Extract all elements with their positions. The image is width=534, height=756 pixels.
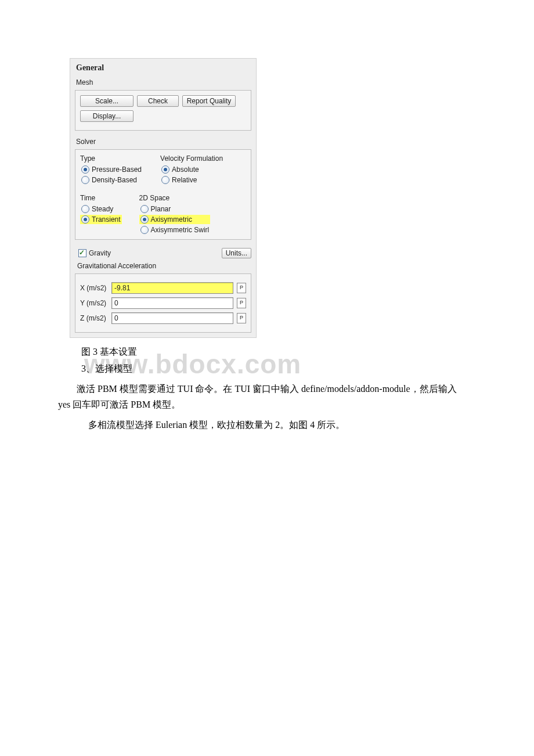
x-field-label: X (m/s2) xyxy=(80,284,108,292)
report-quality-button[interactable]: Report Quality xyxy=(182,95,236,107)
radio-icon xyxy=(81,205,89,213)
radio-label: Transient xyxy=(92,215,121,224)
radio-icon xyxy=(161,165,169,174)
radio-label: Axisymmetric xyxy=(151,215,192,224)
radio-label: Density-Based xyxy=(92,175,137,185)
radio-label: Absolute xyxy=(172,165,199,174)
grav-accel-label: Gravitational Acceleration xyxy=(70,260,256,271)
display-button[interactable]: Display... xyxy=(80,110,134,122)
radio-planar[interactable]: Planar xyxy=(139,204,211,214)
time-group-title: Time xyxy=(80,194,122,202)
velocity-group-title: Velocity Formulation xyxy=(160,154,223,163)
solver-box: Type Pressure-Based Density-Based Veloci… xyxy=(75,149,251,240)
radio-absolute[interactable]: Absolute xyxy=(160,165,223,174)
radio-label: Relative xyxy=(172,175,197,185)
radio-label: Axisymmetric Swirl xyxy=(151,225,210,235)
general-panel: General Mesh Scale... Check Report Quali… xyxy=(70,58,257,338)
radio-icon xyxy=(81,165,89,174)
paragraph: 多相流模型选择 Eulerian 模型，欧拉相数量为 2。如图 4 所示。 xyxy=(70,417,464,433)
scale-button[interactable]: Scale... xyxy=(80,95,134,107)
radio-relative[interactable]: Relative xyxy=(160,175,223,185)
paragraph: 激活 PBM 模型需要通过 TUI 命令。在 TUI 窗口中输入 define/… xyxy=(58,381,464,412)
y-field-input[interactable]: 0 xyxy=(111,297,233,309)
radio-axisymmetric[interactable]: Axisymmetric xyxy=(139,215,211,224)
z-field-input[interactable]: 0 xyxy=(111,312,233,324)
gravity-box: X (m/s2) -9.81 P Y (m/s2) 0 P Z (m/s2) 0… xyxy=(75,273,251,333)
solver-section-label: Solver xyxy=(70,135,256,147)
x-field-input[interactable]: -9.81 xyxy=(111,282,233,294)
space-group-title: 2D Space xyxy=(139,194,211,202)
panel-title: General xyxy=(70,59,256,76)
check-button[interactable]: Check xyxy=(137,95,179,107)
gravity-label: Gravity xyxy=(89,249,111,258)
radio-icon xyxy=(140,226,149,234)
radio-icon xyxy=(140,215,149,224)
radio-icon xyxy=(140,205,149,213)
p-button[interactable]: P xyxy=(237,298,246,308)
radio-icon xyxy=(161,176,169,184)
radio-density-based[interactable]: Density-Based xyxy=(80,175,143,185)
units-button[interactable]: Units... xyxy=(222,248,251,258)
radio-axisymmetric-swirl[interactable]: Axisymmetric Swirl xyxy=(139,225,211,235)
section-heading: 3、选择模型 xyxy=(81,363,464,375)
radio-label: Steady xyxy=(92,204,113,214)
radio-label: Pressure-Based xyxy=(92,165,142,174)
mesh-section-label: Mesh xyxy=(70,76,256,88)
gravity-checkbox[interactable]: Gravity xyxy=(77,249,112,258)
radio-pressure-based[interactable]: Pressure-Based xyxy=(80,165,143,174)
z-field-label: Z (m/s2) xyxy=(80,314,108,322)
checkbox-icon xyxy=(78,249,86,257)
type-group-title: Type xyxy=(80,154,143,163)
p-button[interactable]: P xyxy=(237,283,246,293)
radio-transient[interactable]: Transient xyxy=(80,215,122,224)
radio-icon xyxy=(81,215,89,224)
radio-steady[interactable]: Steady xyxy=(80,204,122,214)
radio-icon xyxy=(81,176,89,184)
mesh-box: Scale... Check Report Quality Display... xyxy=(75,90,251,131)
y-field-label: Y (m/s2) xyxy=(80,299,108,307)
radio-label: Planar xyxy=(151,204,171,214)
p-button[interactable]: P xyxy=(237,313,246,323)
figure-caption: 图 3 基本设置 xyxy=(81,346,464,358)
